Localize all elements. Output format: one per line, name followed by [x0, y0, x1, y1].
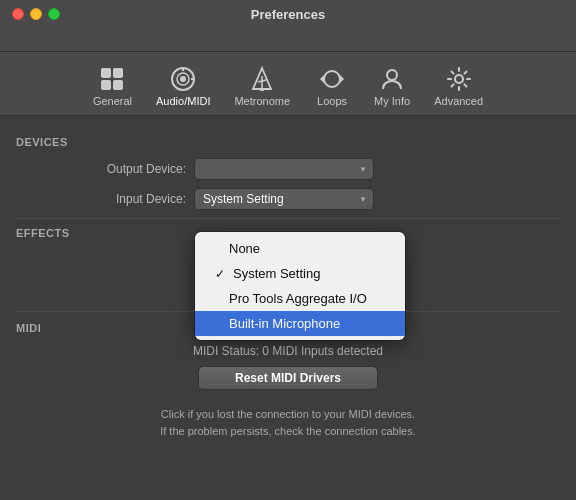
separator-effects — [16, 218, 560, 219]
tab-general-label: General — [93, 95, 132, 107]
dropdown-option-pro-tools[interactable]: Pro Tools Aggregate I/O — [195, 286, 405, 311]
dropdown-none-label: None — [229, 241, 260, 256]
svg-rect-3 — [113, 80, 123, 90]
output-device-label: Output Device: — [76, 162, 186, 176]
reset-midi-drivers-button[interactable]: Reset MIDI Drivers — [198, 366, 378, 390]
dropdown-built-in-label: Built-in Microphone — [229, 316, 340, 331]
tab-advanced-label: Advanced — [434, 95, 483, 107]
svg-rect-0 — [101, 68, 111, 78]
general-icon — [98, 65, 126, 93]
svg-rect-2 — [101, 80, 111, 90]
input-device-value: System Setting — [203, 192, 284, 206]
audio-midi-icon — [169, 65, 197, 93]
tab-advanced[interactable]: Advanced — [422, 61, 495, 111]
output-device-dropdown[interactable] — [194, 158, 374, 180]
input-device-dropdown[interactable]: System Setting — [194, 188, 374, 210]
tab-loops[interactable]: Loops — [302, 61, 362, 111]
zoom-button[interactable] — [48, 8, 60, 20]
input-device-row: Input Device: System Setting — [16, 188, 560, 210]
svg-point-6 — [180, 76, 186, 82]
devices-section-header: Devices — [16, 136, 560, 148]
svg-line-11 — [258, 80, 266, 82]
metronome-icon — [248, 65, 276, 93]
reset-button-wrapper: Reset MIDI Drivers — [16, 366, 560, 398]
window-title: Preferences — [251, 7, 325, 22]
svg-marker-13 — [340, 75, 344, 83]
tab-my-info[interactable]: My Info — [362, 61, 422, 111]
dropdown-system-label: System Setting — [233, 266, 320, 281]
dropdown-option-system-setting[interactable]: System Setting — [195, 261, 405, 286]
svg-marker-14 — [320, 75, 324, 83]
tab-audio-midi[interactable]: Audio/MIDI — [144, 61, 222, 111]
tab-metronome[interactable]: Metronome — [222, 61, 302, 111]
midi-description: Click if you lost the connection to your… — [16, 406, 560, 439]
dropdown-option-none[interactable]: None — [195, 236, 405, 261]
svg-point-15 — [387, 70, 397, 80]
tab-loops-label: Loops — [317, 95, 347, 107]
tab-audio-midi-label: Audio/MIDI — [156, 95, 210, 107]
input-device-label: Input Device: — [76, 192, 186, 206]
minimize-button[interactable] — [30, 8, 42, 20]
svg-rect-12 — [260, 88, 264, 91]
dropdown-option-built-in-mic[interactable]: Built-in Microphone — [195, 311, 405, 336]
main-content: Devices Output Device: Input Device: Sys… — [0, 116, 576, 453]
tab-my-info-label: My Info — [374, 95, 410, 107]
output-device-row: Output Device: — [16, 158, 560, 180]
advanced-icon — [445, 65, 473, 93]
toolbar: General Audio/MIDI Metronome — [0, 52, 576, 116]
dropdown-pro-tools-label: Pro Tools Aggregate I/O — [229, 291, 367, 306]
svg-point-16 — [455, 75, 463, 83]
tab-metronome-label: Metronome — [234, 95, 290, 107]
title-bar: Preferences — [0, 0, 576, 52]
tab-general[interactable]: General — [81, 61, 144, 111]
midi-status: MIDI Status: 0 MIDI Inputs detected — [16, 344, 560, 358]
close-button[interactable] — [12, 8, 24, 20]
loops-icon — [318, 65, 346, 93]
input-device-popup: None System Setting Pro Tools Aggregate … — [195, 232, 405, 340]
traffic-lights — [12, 8, 60, 20]
my-info-icon — [378, 65, 406, 93]
svg-rect-1 — [113, 68, 123, 78]
